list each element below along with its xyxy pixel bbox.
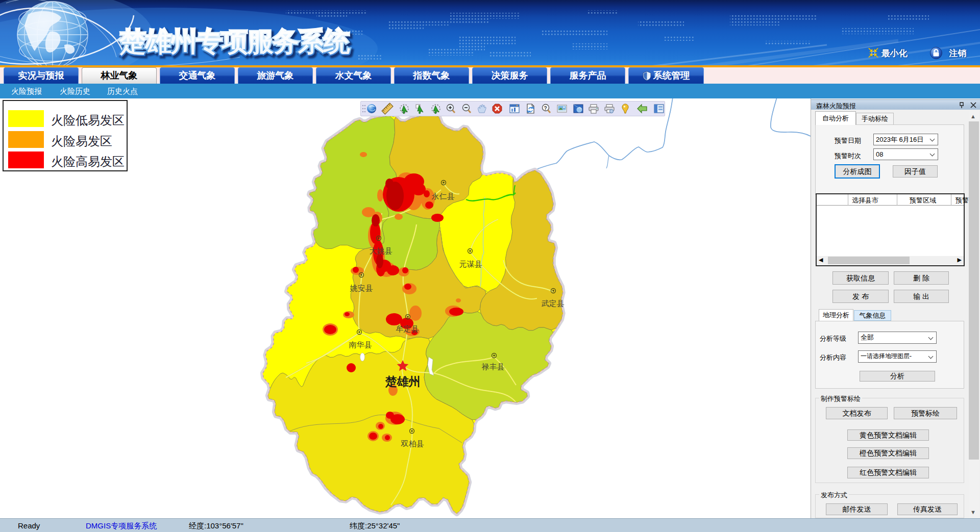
svg-text:双柏县: 双柏县 bbox=[401, 439, 424, 448]
svg-text:武定县: 武定县 bbox=[542, 299, 565, 308]
svg-text:禄丰县: 禄丰县 bbox=[482, 362, 505, 371]
svg-text:楚雄州: 楚雄州 bbox=[385, 375, 421, 388]
svg-text:牟定县: 牟定县 bbox=[396, 324, 419, 333]
svg-text:南华县: 南华县 bbox=[349, 340, 372, 349]
svg-text:?: ? bbox=[544, 106, 547, 111]
svg-text:元谋县: 元谋县 bbox=[459, 260, 482, 268]
svg-text:永仁县: 永仁县 bbox=[432, 192, 455, 200]
svg-text:楚雄州专项服务系统: 楚雄州专项服务系统 bbox=[119, 27, 350, 57]
svg-text:姚安县: 姚安县 bbox=[350, 284, 373, 292]
svg-text:大姚县: 大姚县 bbox=[370, 246, 393, 255]
